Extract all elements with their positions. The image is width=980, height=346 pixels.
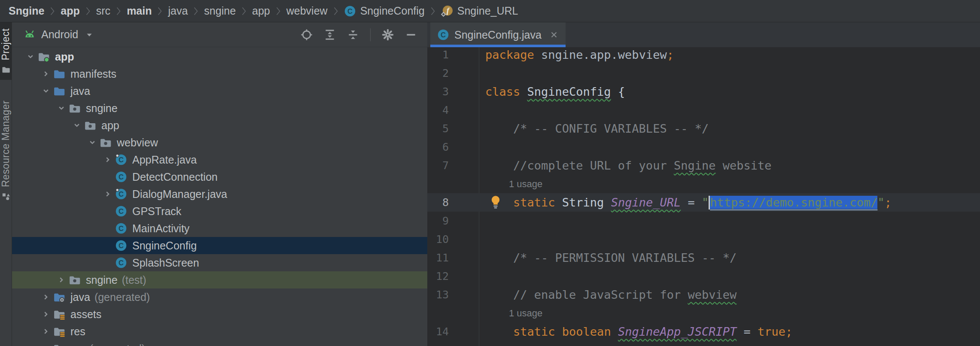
tree-item-res[interactable]: res (12, 323, 427, 340)
project-tool-window: Android appmanifestsjavasngineappwebview… (12, 22, 427, 346)
code-line-12[interactable]: 12 (427, 267, 980, 285)
resource-manager-stripe-label: Resource Manager (0, 100, 12, 187)
chevron-expanded-icon[interactable] (85, 138, 100, 147)
breadcrumb-separator-icon (193, 6, 198, 16)
breadcrumb-separator-icon (157, 6, 162, 16)
svg-text:C: C (119, 190, 124, 198)
code-line-10[interactable]: 10 (427, 230, 980, 249)
code-line-8[interactable]: 8 static String Sngine_URL = "https://de… (427, 193, 980, 212)
tree-item-apprate-java[interactable]: CAppRate.java (12, 151, 427, 168)
tree-item-splashscreen[interactable]: CSplashScreen (12, 254, 427, 271)
tree-item-gpstrack[interactable]: CGPSTrack (12, 203, 427, 220)
usage-hint[interactable]: 1 usage (427, 304, 980, 322)
breadcrumb-item-java[interactable]: java (168, 5, 188, 17)
breadcrumb-item-sngine[interactable]: Sngine (9, 5, 44, 17)
chevron-collapsed-icon[interactable] (39, 327, 53, 336)
chevron-collapsed-icon[interactable] (39, 344, 53, 346)
tree-item-assets[interactable]: assets (12, 306, 427, 323)
code-line-13[interactable]: 13 // enable JavaScript for webview (427, 285, 980, 304)
chevron-collapsed-icon[interactable] (54, 275, 69, 285)
code-line-7[interactable]: 7 //complete URL of your Sngine website (427, 156, 980, 175)
svg-text:C: C (119, 225, 124, 233)
collapse-all-button[interactable] (347, 29, 359, 41)
source-folder-icon (53, 68, 65, 80)
android-studio-window: SngineappsrcmainjavasngineappwebviewCSng… (0, 0, 980, 346)
breadcrumb-separator-icon (50, 6, 55, 16)
expand-all-button[interactable] (324, 29, 336, 41)
chevron-collapsed-icon[interactable] (100, 155, 115, 164)
tree-item-webview[interactable]: webview (12, 134, 427, 151)
select-opened-file-button[interactable] (301, 29, 313, 41)
editor-tab-label: SngineConfig.java (454, 29, 542, 41)
code-line-11[interactable]: 11 /* -- PERMISSION VARIABLES -- */ (427, 249, 980, 267)
resources-folder-icon (53, 308, 65, 320)
tree-item-java-generated[interactable]: java(generated) (12, 288, 427, 306)
breadcrumb-separator-icon (333, 6, 338, 16)
hide-panel-icon (405, 29, 417, 41)
package-icon (84, 119, 96, 131)
code-line-9[interactable]: 9 (427, 212, 980, 230)
project-folder-icon (2, 65, 10, 74)
project-stripe-label: Project (0, 28, 12, 60)
tree-item-manifests[interactable]: manifests (12, 65, 427, 82)
code-line-1[interactable]: 1package sngine.app.webview; (427, 46, 980, 64)
usage-hint[interactable]: 1 usage (427, 175, 980, 193)
package-icon (100, 137, 112, 149)
breadcrumb-item-main[interactable]: main (127, 5, 152, 17)
code-line-2[interactable]: 2 (427, 64, 980, 82)
tree-item-detectconnection[interactable]: CDetectConnection (12, 168, 427, 185)
project-tree: appmanifestsjavasngineappwebviewCAppRate… (12, 47, 427, 346)
tree-item-app[interactable]: app (12, 48, 427, 65)
expand-all-icon (324, 29, 336, 41)
tree-item-sngine-test[interactable]: sngine(test) (12, 271, 427, 288)
chevron-collapsed-icon[interactable] (39, 292, 53, 302)
resources-folder-icon (53, 325, 65, 337)
code-editor[interactable]: 1package sngine.app.webview;23class Sngi… (427, 46, 980, 346)
breadcrumb-item-sngine[interactable]: sngine (204, 5, 236, 17)
tree-item-sngineconfig[interactable]: CSngineConfig (12, 237, 427, 254)
tree-item-mainactivity[interactable]: CMainActivity (12, 220, 427, 237)
code-line-14[interactable]: 14 static boolean SngineApp_JSCRIPT = tr… (427, 322, 980, 341)
breadcrumb-item-src[interactable]: src (96, 5, 110, 17)
chevron-expanded-icon[interactable] (23, 52, 38, 61)
class-icon: C (115, 240, 127, 252)
tool-window-button-project[interactable]: Project (0, 22, 12, 80)
chevron-collapsed-icon[interactable] (100, 189, 115, 199)
breadcrumb-item-webview[interactable]: webview (286, 5, 328, 17)
tree-item-res-generated[interactable]: res(generated) (12, 340, 427, 346)
code-line-3[interactable]: 3class SngineConfig { (427, 82, 980, 101)
line-number: 2 (427, 64, 449, 82)
chevron-expanded-icon[interactable] (39, 86, 53, 96)
resource-manager-icon (2, 192, 10, 201)
editor-tab-sngineconfig-java[interactable]: C SngineConfig.java (430, 22, 566, 47)
tree-item-dialogmanager-java[interactable]: CDialogManager.java (12, 185, 427, 203)
breadcrumb-item-sngine-url[interactable]: fSngine_URL (441, 5, 518, 17)
intention-bulb-icon[interactable] (489, 195, 502, 210)
chevron-collapsed-icon[interactable] (39, 310, 53, 319)
hide-button[interactable] (405, 29, 417, 41)
code-line-4[interactable]: 4 (427, 101, 980, 119)
tree-item-java[interactable]: java (12, 82, 427, 100)
class-icon: C (344, 5, 356, 17)
svg-text:C: C (119, 242, 124, 250)
breadcrumb-bar: SngineappsrcmainjavasngineappwebviewCSng… (0, 0, 980, 22)
code-line-5[interactable]: 5 /* -- CONFIG VARIABLES -- */ (427, 119, 980, 138)
breadcrumb-item-app[interactable]: app (252, 5, 270, 17)
code-line-6[interactable]: 6 (427, 138, 980, 156)
project-panel-header: Android (12, 22, 427, 47)
close-icon[interactable] (549, 30, 559, 39)
breadcrumb-item-app[interactable]: app (61, 5, 79, 17)
chevron-collapsed-icon[interactable] (39, 69, 53, 79)
chevron-expanded-icon[interactable] (70, 121, 84, 130)
selected-url-text: https://demo.sngine.com/ (710, 196, 877, 209)
breadcrumb-separator-icon (241, 6, 247, 16)
tree-item-sngine[interactable]: sngine (12, 100, 427, 117)
project-view-selector[interactable]: Android (23, 28, 94, 41)
settings-button[interactable] (382, 29, 394, 41)
tree-item-app[interactable]: app (12, 117, 427, 134)
breadcrumb-item-sngineconfig[interactable]: CSngineConfig (344, 5, 425, 17)
class-icon: C (115, 205, 127, 217)
tool-window-button-resource-manager[interactable]: Resource Manager (0, 94, 12, 207)
chevron-expanded-icon[interactable] (54, 103, 69, 113)
svg-text:C: C (119, 259, 124, 267)
